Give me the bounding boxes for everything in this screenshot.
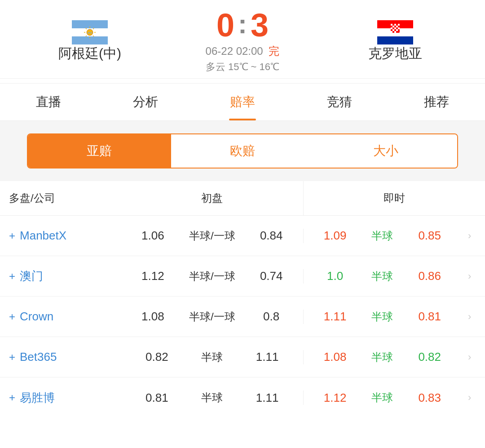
sub-tabs-container: 亚赔 欧赔 大小	[0, 125, 485, 177]
chevron-manbetx: ›	[468, 230, 471, 242]
match-center: 0 : 3 06-22 02:00 完 多云 15℃ ~ 16℃	[153, 9, 332, 74]
tab-recommend[interactable]: 推荐	[388, 84, 485, 120]
team-left-name: 阿根廷(中)	[58, 44, 121, 63]
match-weather: 多云 15℃ ~ 16℃	[206, 60, 279, 74]
svg-rect-28	[391, 31, 392, 33]
chevron-crown: ›	[468, 311, 471, 323]
company-name-manbetx: ManbetX	[20, 229, 66, 243]
match-datetime: 06-22 02:00 完	[206, 44, 280, 58]
company-name-bet365: Bet365	[20, 350, 57, 364]
rt-mid-crown: 半球	[371, 310, 393, 324]
initial-bet365: 0.82 半球 1.11	[121, 350, 303, 364]
company-manbetx: + ManbetX	[0, 229, 121, 243]
rt-mid-bet365: 半球	[371, 350, 393, 364]
odds-row-yishibao[interactable]: + 易胜博 0.81 半球 1.11 1.12 半球 0.83 ›	[0, 377, 485, 418]
flag-croatia	[377, 20, 413, 44]
odds-table: + ManbetX 1.06 半球/一球 0.84 1.09 半球 0.85 ›…	[0, 216, 485, 418]
svg-rect-21	[392, 26, 394, 27]
nav-tabs: 直播 分析 赔率 竞猜 推荐	[0, 83, 485, 121]
chevron-bet365: ›	[468, 351, 471, 363]
plus-icon-bet365: +	[9, 351, 15, 364]
plus-icon-manbetx: +	[9, 230, 15, 242]
realtime-yishibao: 1.12 半球 0.83 ›	[303, 390, 485, 405]
odds-row-macau[interactable]: + 澳门 1.12 半球/一球 0.74 1.0 半球 0.86 ›	[0, 256, 485, 297]
initial-mid-bet365: 半球	[201, 350, 223, 364]
svg-rect-19	[394, 24, 396, 26]
realtime-bet365: 1.08 半球 0.82 ›	[303, 350, 485, 364]
initial-right-manbetx: 0.84	[253, 229, 289, 243]
rt-mid-macau: 半球	[371, 269, 393, 284]
svg-rect-27	[396, 29, 398, 31]
plus-icon-yishibao: +	[9, 391, 15, 404]
initial-left-manbetx: 1.06	[135, 229, 171, 243]
subtab-european[interactable]: 欧赔	[171, 134, 314, 168]
svg-rect-29	[394, 31, 396, 33]
initial-yishibao: 0.81 半球 1.11	[121, 390, 303, 405]
team-right-name: 克罗地亚	[368, 44, 422, 63]
realtime-crown: 1.11 半球 0.81 ›	[303, 310, 485, 324]
col-header-initial: 初盘	[121, 181, 303, 215]
tab-odds[interactable]: 赔率	[194, 84, 291, 120]
initial-mid-macau: 半球/一球	[189, 269, 235, 284]
header-divider	[0, 78, 485, 79]
odds-row-crown[interactable]: + Crown 1.08 半球/一球 0.8 1.11 半球 0.81 ›	[0, 297, 485, 337]
company-bet365: + Bet365	[0, 350, 121, 364]
svg-rect-20	[398, 24, 400, 26]
svg-rect-22	[396, 26, 398, 27]
subtab-size[interactable]: 大小	[314, 134, 457, 168]
rt-left-bet365: 1.08	[317, 350, 353, 364]
score-left: 0	[216, 9, 234, 41]
company-name-macau: 澳门	[20, 268, 43, 284]
rt-mid-yishibao: 半球	[371, 390, 393, 405]
initial-mid-yishibao: 半球	[201, 390, 223, 405]
flag-argentina: AFA	[72, 20, 108, 44]
col-header-company: 多盘/公司	[0, 181, 121, 215]
rt-right-crown: 0.81	[412, 310, 448, 324]
section-divider	[0, 121, 485, 125]
svg-rect-23	[391, 27, 392, 29]
company-macau: + 澳门	[0, 268, 121, 284]
rt-right-yishibao: 0.83	[412, 391, 448, 405]
svg-rect-24	[394, 27, 396, 29]
company-crown: + Crown	[0, 310, 121, 324]
realtime-macau: 1.0 半球 0.86 ›	[303, 269, 485, 284]
svg-rect-25	[398, 27, 400, 29]
odds-row-manbetx[interactable]: + ManbetX 1.06 半球/一球 0.84 1.09 半球 0.85 ›	[0, 216, 485, 256]
tab-guess[interactable]: 竞猜	[291, 84, 388, 120]
subtab-asian[interactable]: 亚赔	[28, 134, 171, 168]
company-name-yishibao: 易胜博	[20, 390, 55, 406]
team-left: AFA 阿根廷(中)	[27, 20, 153, 63]
rt-left-manbetx: 1.09	[317, 229, 353, 243]
score-colon: :	[238, 11, 247, 38]
tab-live[interactable]: 直播	[0, 84, 97, 120]
chevron-yishibao: ›	[468, 392, 471, 404]
odds-row-bet365[interactable]: + Bet365 0.82 半球 1.11 1.08 半球 0.82 ›	[0, 337, 485, 377]
plus-icon-crown: +	[9, 310, 15, 323]
col-header-realtime: 即时	[303, 181, 485, 215]
team-right: 克罗地亚	[332, 20, 458, 63]
company-name-crown: Crown	[20, 310, 53, 324]
svg-text:AFA: AFA	[88, 31, 92, 34]
initial-right-crown: 0.8	[253, 310, 289, 324]
svg-rect-26	[392, 29, 394, 31]
initial-mid-manbetx: 半球/一球	[189, 229, 235, 243]
initial-manbetx: 1.06 半球/一球 0.84	[121, 229, 303, 243]
rt-mid-manbetx: 半球	[371, 229, 393, 243]
rt-right-manbetx: 0.85	[412, 229, 448, 243]
score-right: 3	[251, 9, 269, 41]
initial-right-yishibao: 1.11	[249, 391, 285, 405]
svg-rect-18	[391, 24, 392, 26]
initial-mid-crown: 半球/一球	[189, 310, 235, 324]
rt-left-crown: 1.11	[317, 310, 353, 324]
initial-left-yishibao: 0.81	[139, 391, 175, 405]
initial-macau: 1.12 半球/一球 0.74	[121, 269, 303, 284]
sub-tabs: 亚赔 欧赔 大小	[27, 133, 458, 169]
chevron-macau: ›	[468, 271, 471, 282]
match-header: AFA 阿根廷(中) 0 : 3 06-22 02:00 完 多云 15℃ ~ …	[0, 0, 485, 78]
plus-icon-macau: +	[9, 270, 15, 283]
company-yishibao: + 易胜博	[0, 390, 121, 406]
realtime-manbetx: 1.09 半球 0.85 ›	[303, 229, 485, 243]
initial-left-macau: 1.12	[135, 269, 171, 283]
tab-analysis[interactable]: 分析	[97, 84, 194, 120]
rt-right-bet365: 0.82	[412, 350, 448, 364]
